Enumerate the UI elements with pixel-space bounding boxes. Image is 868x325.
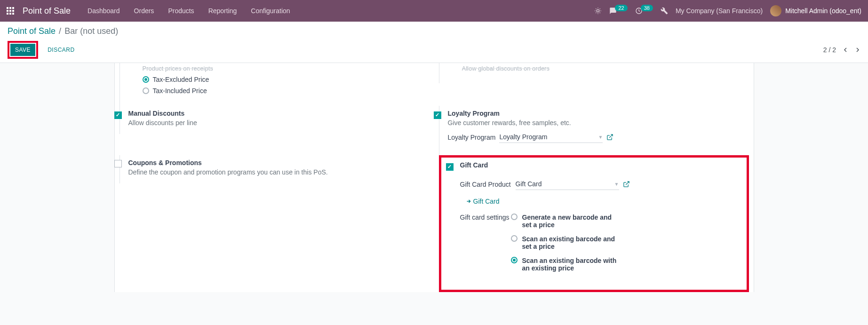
- loyalty-select[interactable]: Loyalty Program ▼: [499, 131, 603, 143]
- radio-circle-icon: [511, 235, 518, 242]
- apps-icon[interactable]: [7, 7, 14, 15]
- coupons-body: Coupons & Promotions Define the coupon a…: [128, 159, 430, 176]
- external-link-icon[interactable]: [623, 181, 630, 188]
- gift-card-product-select[interactable]: Gift Card ▼: [516, 178, 619, 190]
- loyalty-setting: Loyalty Program Give customer rewards, f…: [439, 106, 749, 155]
- global-discount-cutoff: Allow global discounts on orders: [439, 63, 749, 83]
- manual-discounts-title: Manual Discounts: [128, 110, 430, 117]
- col-right-2: Loyalty Program Give customer rewards, f…: [434, 106, 754, 155]
- gift-card-product-label: Gift Card Product: [460, 181, 512, 188]
- col-right-1: Allow global discounts on orders: [434, 63, 754, 106]
- coupons-setting: Coupons & Promotions Define the coupon a…: [119, 155, 430, 183]
- navbar-right: 22 38 My Company (San Francisco) Mitchel…: [594, 5, 861, 16]
- gc-option-3-text: Scan an existing barcode with an existin…: [522, 257, 621, 272]
- spacer: [448, 63, 462, 76]
- manual-discounts-checkbox[interactable]: [114, 111, 122, 119]
- gc-option-3[interactable]: Scan an existing barcode with an existin…: [511, 257, 747, 272]
- save-highlight: SAVE: [8, 41, 38, 59]
- radio-circle-icon: [143, 87, 149, 94]
- nav-configuration[interactable]: Configuration: [251, 7, 290, 15]
- col-right-3: Gift Card Gift Card Product Gift Card ▼: [434, 155, 754, 292]
- nav-reporting[interactable]: Reporting: [208, 7, 237, 15]
- radio-label: Tax-Excluded Price: [153, 76, 209, 83]
- messages-icon[interactable]: 22: [609, 7, 627, 15]
- pager-next-icon[interactable]: [855, 47, 860, 53]
- gc-option-1[interactable]: Generate a new barcode and set a price: [511, 214, 747, 229]
- loyalty-checkbox[interactable]: [434, 111, 441, 119]
- manual-discounts-body: Manual Discounts Allow discounts per lin…: [128, 110, 430, 127]
- gift-card-product-row: Gift Card Product Gift Card ▼: [460, 178, 747, 190]
- radio-circle-icon: [511, 214, 518, 220]
- loyalty-select-value: Loyalty Program: [499, 133, 547, 141]
- check-col: [446, 161, 460, 282]
- col-left-1: Product prices on receipts Tax-Excluded …: [115, 63, 434, 106]
- breadcrumb-current: Bar (not used): [64, 26, 118, 36]
- save-button[interactable]: SAVE: [10, 44, 35, 56]
- radio-tax-included[interactable]: Tax-Included Price: [143, 87, 430, 95]
- caret-down-icon: ▼: [614, 182, 619, 187]
- navbar-left: Point of Sale Dashboard Orders Products …: [7, 6, 290, 16]
- caret-down-icon: ▼: [598, 135, 603, 140]
- activities-icon[interactable]: 38: [635, 7, 653, 15]
- app-title[interactable]: Point of Sale: [23, 6, 71, 16]
- tax-body: Product prices on receipts Tax-Excluded …: [143, 63, 430, 98]
- nav-orders[interactable]: Orders: [134, 7, 154, 15]
- activities-badge: 38: [641, 5, 653, 11]
- control-panel: Point of Sale / Bar (not used) SAVE DISC…: [0, 22, 868, 63]
- pager-text: 2 / 2: [823, 46, 836, 54]
- avatar: [770, 5, 781, 16]
- company-selector[interactable]: My Company (San Francisco): [676, 7, 763, 15]
- user-menu[interactable]: Mitchell Admin (odoo_ent): [770, 5, 861, 16]
- gc-option-2-text: Scan an existing barcode and set a price: [522, 235, 621, 250]
- actions-left: SAVE DISCARD: [8, 41, 80, 59]
- radio-label: Tax-Included Price: [153, 87, 207, 95]
- spacer: [128, 63, 143, 98]
- gift-card-link[interactable]: Gift Card: [466, 198, 500, 205]
- check-col: [114, 110, 128, 127]
- settings-row-1: Product prices on receipts Tax-Excluded …: [115, 63, 754, 106]
- coupons-checkbox[interactable]: [114, 160, 122, 167]
- manual-discounts-desc: Allow discounts per line: [128, 119, 430, 127]
- nav-dashboard[interactable]: Dashboard: [88, 7, 120, 15]
- radio-circle-icon: [511, 257, 518, 263]
- external-link-icon[interactable]: [606, 134, 613, 141]
- tools-icon[interactable]: [661, 7, 668, 15]
- pager: 2 / 2: [823, 46, 860, 54]
- radio-circle-icon: [143, 76, 149, 83]
- breadcrumb: Point of Sale / Bar (not used): [8, 26, 860, 36]
- nav-menu: Dashboard Orders Products Reporting Conf…: [88, 7, 290, 15]
- messages-badge: 22: [615, 5, 627, 11]
- cutoff-left-text: Product prices on receipts: [143, 63, 430, 76]
- gc-option-1-text: Generate a new barcode and set a price: [522, 214, 621, 229]
- discard-button[interactable]: DISCARD: [43, 44, 80, 56]
- loyalty-field-row: Loyalty Program Loyalty Program ▼: [448, 131, 749, 143]
- gift-card-setting: Gift Card Gift Card Product Gift Card ▼: [441, 158, 747, 290]
- coupons-title: Coupons & Promotions: [128, 159, 430, 166]
- gift-card-highlight: Gift Card Gift Card Product Gift Card ▼: [439, 155, 749, 292]
- loyalty-body: Loyalty Program Give customer rewards, f…: [448, 110, 749, 148]
- svg-point-0: [597, 9, 599, 12]
- debug-icon[interactable]: [594, 7, 602, 15]
- cutoff-right-text: Allow global discounts on orders: [462, 63, 749, 76]
- radio-tax-excluded[interactable]: Tax-Excluded Price: [143, 76, 430, 83]
- gift-card-checkbox[interactable]: [446, 163, 454, 171]
- loyalty-desc: Give customer rewards, free samples, etc…: [448, 119, 749, 127]
- manual-discounts-setting: Manual Discounts Allow discounts per lin…: [119, 106, 430, 134]
- user-name: Mitchell Admin (odoo_ent): [785, 7, 861, 15]
- pager-prev-icon[interactable]: [843, 47, 848, 53]
- cutoff-body: Allow global discounts on orders: [462, 63, 749, 76]
- settings-row-3: Coupons & Promotions Define the coupon a…: [115, 155, 754, 292]
- coupons-desc: Define the coupon and promotion programs…: [128, 168, 430, 176]
- gc-option-2[interactable]: Scan an existing barcode and set a price: [511, 235, 747, 250]
- check-col: [114, 159, 128, 176]
- check-col: [434, 110, 448, 148]
- nav-products[interactable]: Products: [168, 7, 194, 15]
- gift-card-link-text: Gift Card: [473, 198, 500, 205]
- form-sheet: Product prices on receipts Tax-Excluded …: [114, 63, 754, 292]
- breadcrumb-separator: /: [59, 26, 61, 36]
- gift-card-settings-label: Gift card settings: [460, 214, 511, 221]
- breadcrumb-root[interactable]: Point of Sale: [8, 26, 56, 36]
- col-left-2: Manual Discounts Allow discounts per lin…: [115, 106, 434, 155]
- settings-row-2: Manual Discounts Allow discounts per lin…: [115, 106, 754, 155]
- form-content: Product prices on receipts Tax-Excluded …: [115, 63, 754, 292]
